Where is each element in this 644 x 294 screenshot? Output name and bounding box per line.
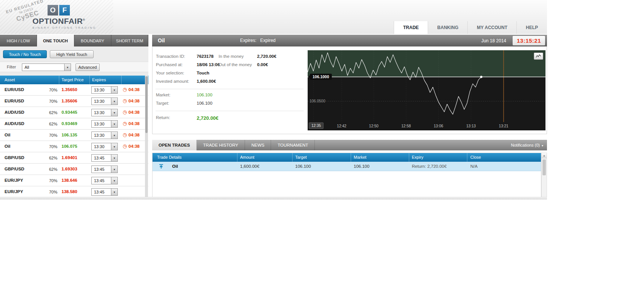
asset-name: EUR/JPY [5, 189, 23, 194]
scrollbar-thumb[interactable] [542, 159, 546, 175]
asset-row[interactable]: GBP/USD 62% 1.69303 13:45 ▼ ◷ [0, 164, 148, 175]
expiry-select[interactable]: 13:45 ▼ [91, 166, 118, 173]
asset-row[interactable]: EUR/USD 70% 1.35606 13:30 ▼ ◷ 04:38 [0, 96, 148, 107]
horizontal-scrollbar[interactable] [0, 197, 547, 200]
scrollbar-thumb[interactable] [145, 76, 148, 133]
nav-banking[interactable]: BANKING [428, 21, 467, 34]
column-market: Market [354, 155, 367, 159]
asset-table-scrollbar[interactable] [145, 76, 148, 200]
nav-my-account[interactable]: MY ACCOUNT [467, 21, 516, 34]
notifications-label: Notifications (0) [511, 143, 540, 147]
tab-high-low[interactable]: HIGH / LOW [0, 35, 37, 46]
scroll-up-button[interactable]: ▲ [542, 153, 547, 158]
asset-row[interactable]: AUD/USD 62% 0.93469 13:30 ▼ ◷ 04:38 [0, 118, 148, 130]
asset-target-price: 138.580 [62, 189, 77, 194]
tab-open-trades[interactable]: OPEN TRADES [152, 140, 197, 150]
expiry-select[interactable]: 13:30 ▼ [91, 97, 118, 105]
tab-tournament[interactable]: TOURNAMENT [271, 140, 315, 150]
tab-one-touch[interactable]: ONE TOUCH [37, 35, 74, 46]
expiry-dropdown-button[interactable]: ▼ [111, 98, 117, 105]
in-money-value: 2,720.00€ [257, 54, 276, 59]
chart-target-label: 106.1000 [310, 74, 332, 80]
touch-trade-icon [159, 164, 164, 170]
filter-select[interactable]: All ▼ [22, 63, 71, 71]
asset-target-price: 0.93445 [62, 110, 77, 115]
expiry-dropdown-button[interactable]: ▼ [111, 189, 117, 195]
tab-trade-history[interactable]: TRADE HISTORY [197, 140, 245, 150]
out-money-value: 0.00€ [257, 62, 268, 67]
registered-mark: ® [83, 18, 85, 22]
expiry-select[interactable]: 13:45 ▼ [91, 177, 118, 184]
asset-row[interactable]: Oil 70% 106.135 13:30 ▼ ◷ 04:38 [0, 130, 148, 141]
asset-payout: 62% [42, 122, 57, 126]
asset-payout: 70% [42, 190, 57, 194]
expiry-dropdown-button[interactable]: ▼ [111, 109, 117, 116]
open-trade-row[interactable]: Oil 1,600.00€ 106.100 106.100 Return: 2,… [153, 162, 541, 171]
expiry-select-value: 13:45 [92, 166, 111, 173]
expiry-select-value: 13:30 [92, 98, 111, 105]
asset-row[interactable]: AUD/USD 62% 0.93445 13:30 ▼ ◷ 04:38 [0, 107, 148, 118]
filter-dropdown-button[interactable]: ▼ [64, 64, 71, 71]
expiry-select[interactable]: 13:45 ▼ [91, 188, 118, 196]
column-expiry: Expiry [412, 155, 424, 159]
expiry-dropdown-button[interactable]: ▼ [111, 177, 117, 184]
expiry-dropdown-button[interactable]: ▼ [111, 143, 117, 150]
advanced-button[interactable]: Advanced [75, 63, 100, 71]
expiry-dropdown-button[interactable]: ▼ [111, 132, 117, 139]
notifications-button[interactable]: Notifications (0)▾ [511, 140, 543, 151]
nav-help[interactable]: HELP [516, 21, 547, 34]
asset-row[interactable]: GBP/USD 62% 1.69401 13:45 ▼ ◷ [0, 152, 148, 164]
chart-axis: 12:3512:4212:5012:5813:0613:1313:21 [308, 122, 545, 130]
purchased-value: 18/06 13:06 [197, 62, 220, 67]
target-value: 106.100 [197, 101, 213, 105]
column-divider [292, 153, 293, 162]
expiry-dropdown-button[interactable]: ▼ [111, 155, 117, 161]
in-money-label: In the money [219, 54, 243, 59]
expiry-dropdown-button[interactable]: ▼ [111, 121, 117, 127]
expiry-select[interactable]: 13:30 ▼ [91, 143, 118, 150]
return-label: Return: [156, 115, 170, 120]
asset-target-price: 1.35606 [62, 99, 77, 103]
trade-detail-header: Oil Expires:Expired Jun 18 2014 13:15:21 [152, 35, 547, 46]
asset-payout: 62% [42, 110, 57, 115]
asset-row[interactable]: EUR/JPY 70% 138.580 13:45 ▼ ◷ [0, 186, 148, 198]
expiry-dropdown-button[interactable]: ▼ [111, 166, 117, 173]
asset-row[interactable]: EUR/JPY 70% 138.646 13:45 ▼ ◷ [0, 175, 148, 186]
arrow-up-icon: ▲ [543, 154, 545, 157]
asset-row[interactable]: Oil 70% 106.075 13:30 ▼ ◷ 04:38 [0, 141, 148, 152]
expiry-select[interactable]: 13:30 ▼ [91, 120, 118, 128]
touch-no-touch-button[interactable]: Touch / No Touch [3, 50, 47, 58]
clock-icon: ◷ [123, 121, 127, 126]
clock-icon: ◷ [123, 110, 127, 115]
countdown: ◷ 04:38 [123, 144, 140, 149]
chart-x-tick: 12:50 [369, 124, 379, 128]
chevron-down-icon: ▼ [113, 191, 116, 193]
tab-short-term[interactable]: SHORT TERM [111, 35, 148, 46]
chart-x-tick: 13:21 [499, 124, 508, 128]
nav-trade[interactable]: TRADE [394, 21, 428, 34]
high-yield-touch-button[interactable]: High Yield Touch [50, 50, 94, 58]
asset-row[interactable]: EUR/USD 70% 1.35650 13:30 ▼ ◷ 04:38 [0, 84, 148, 96]
asset-payout: 70% [42, 178, 57, 183]
expiry-select[interactable]: 13:30 ▼ [91, 109, 118, 116]
countdown: ◷ 04:38 [123, 87, 140, 92]
chart-x-tick: 12:35 [309, 122, 324, 129]
invested-label: Invested amount: [156, 79, 189, 84]
expiry-dropdown-button[interactable]: ▼ [111, 87, 117, 93]
countdown: ◷ 04:38 [123, 110, 140, 115]
expiry-select[interactable]: 13:45 ▼ [91, 154, 118, 162]
open-trades-panel: Trade Details Amount Target Market Expir… [152, 153, 541, 200]
tab-boundary[interactable]: BOUNDARY [74, 35, 111, 46]
tab-news[interactable]: NEWS [245, 140, 271, 150]
chart-type-button[interactable] [534, 53, 543, 60]
expiry-select[interactable]: 13:30 ▼ [91, 132, 118, 139]
transaction-id-label: Transaction ID: [156, 54, 185, 59]
instrument-tabs: HIGH / LOWONE TOUCHBOUNDARYSHORT TERM [0, 35, 148, 46]
trades-scrollbar[interactable]: ▲ [541, 153, 547, 200]
column-amount: Amount [240, 155, 254, 159]
expiry-select-value: 13:30 [92, 109, 111, 116]
chevron-down-icon: ▼ [113, 179, 116, 182]
expiry-select[interactable]: 13:30 ▼ [91, 86, 118, 94]
column-divider [351, 153, 351, 162]
chevron-down-icon: ▼ [113, 111, 116, 114]
